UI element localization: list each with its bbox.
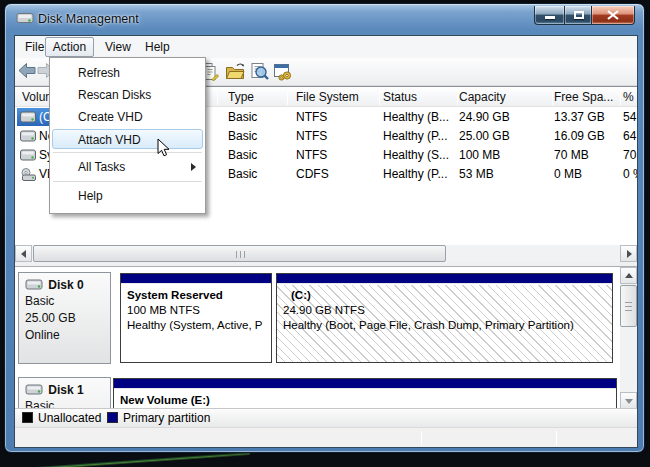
column-divider[interactable] <box>287 89 288 105</box>
volume-type: Basic <box>228 167 257 181</box>
volume-free: 13.37 GB <box>554 110 605 124</box>
menu-help[interactable]: Help <box>141 38 174 56</box>
partition-c-drive[interactable]: (C:) 24.90 GB NTFS Healthy (Boot, Page F… <box>276 273 613 363</box>
primary-partition-band <box>114 379 616 389</box>
scroll-down-icon <box>625 399 633 404</box>
col-file-system[interactable]: File System <box>296 90 359 104</box>
close-icon <box>607 10 619 20</box>
volume-capacity: 100 MB <box>459 148 500 162</box>
partition-system-reserved[interactable]: System Reserved 100 MB NTFS Healthy (Sys… <box>120 273 272 363</box>
volume-fs: NTFS <box>296 148 327 162</box>
disk-type: Basic <box>25 294 110 309</box>
statusbar-divider <box>556 431 557 445</box>
col-free-space[interactable]: Free Spa... <box>554 90 613 104</box>
hard-disk-icon <box>20 111 36 126</box>
vertical-scroll-thumb[interactable] <box>620 285 637 327</box>
scroll-down-button[interactable] <box>620 392 637 409</box>
menu-item-rescan-disks[interactable]: Rescan Disks <box>50 84 205 106</box>
horizontal-scroll-thumb[interactable] <box>33 245 446 262</box>
volume-fs: CDFS <box>296 167 329 181</box>
disk-1-partitions: New Volume (E:) <box>113 377 618 409</box>
scroll-right-icon <box>627 250 632 258</box>
action-dropdown-menu: Refresh Rescan Disks Create VHD Attach V… <box>49 57 206 214</box>
scroll-right-button[interactable] <box>620 245 637 262</box>
disk-icon <box>25 278 43 291</box>
minimize-button[interactable] <box>534 6 564 25</box>
partition-name: New Volume (E:) <box>120 393 616 408</box>
column-divider[interactable] <box>620 89 621 105</box>
vertical-scrollbar[interactable] <box>620 267 637 409</box>
partition-new-volume[interactable]: New Volume (E:) <box>113 378 617 409</box>
window-controls <box>534 6 635 25</box>
mouse-cursor <box>157 138 171 158</box>
menu-item-label: All Tasks <box>78 160 125 174</box>
menu-separator <box>53 152 202 153</box>
partition-status: Healthy (Boot, Page File, Crash Dump, Pr… <box>283 318 612 333</box>
close-button[interactable] <box>592 6 635 25</box>
volume-capacity: 24.90 GB <box>459 110 510 124</box>
statusbar-divider <box>421 431 422 445</box>
open-folder-icon[interactable] <box>225 62 245 82</box>
console-window-icon[interactable] <box>273 62 293 82</box>
scroll-left-button[interactable] <box>15 245 32 262</box>
partition-size: 100 MB NTFS <box>127 303 271 318</box>
menu-separator <box>53 181 202 182</box>
volume-pct-free: 0 % <box>623 167 638 181</box>
statusbar <box>15 427 637 448</box>
volume-free: 70 MB <box>554 148 589 162</box>
menu-item-create-vhd[interactable]: Create VHD <box>50 106 205 128</box>
find-icon[interactable] <box>250 62 270 82</box>
horizontal-scrollbar[interactable] <box>15 245 637 262</box>
menu-item-refresh[interactable]: Refresh <box>50 62 205 84</box>
scroll-thumb-grip <box>625 302 632 311</box>
titlebar[interactable]: Disk Management <box>5 4 644 34</box>
volume-pct-free: 70 <box>623 148 636 162</box>
unallocated-swatch <box>22 412 33 423</box>
window-title: Disk Management <box>38 12 139 26</box>
disk-0-label[interactable]: Disk 0 Basic 25.00 GB Online <box>18 272 111 364</box>
back-icon[interactable] <box>18 62 38 82</box>
legend-label: Primary partition <box>123 411 210 425</box>
menu-item-all-tasks[interactable]: All Tasks <box>50 156 205 178</box>
scroll-thumb-grip <box>236 251 245 258</box>
menu-view[interactable]: View <box>101 38 135 56</box>
volume-free: 0 MB <box>554 167 582 181</box>
cd-drive-icon <box>20 168 36 184</box>
scroll-left-icon <box>21 250 26 258</box>
menu-action[interactable]: Action <box>45 37 94 57</box>
volume-fs: NTFS <box>296 129 327 143</box>
disk-icon <box>25 383 43 396</box>
disk-drive-app-icon <box>16 11 34 29</box>
partition-size: 24.90 GB NTFS <box>283 303 612 318</box>
menu-item-help[interactable]: Help <box>50 185 205 207</box>
maximize-button[interactable] <box>564 6 592 25</box>
legend-unallocated: Unallocated <box>22 411 101 425</box>
scroll-up-button[interactable] <box>620 267 637 284</box>
hard-disk-icon <box>20 130 36 145</box>
disk-name: Disk 0 <box>48 278 83 292</box>
col-pct-free[interactable]: % F <box>623 90 638 104</box>
disk-status: Online <box>25 328 110 343</box>
disk-1-row: Disk 1 Basic New Volume (E:) <box>18 377 618 409</box>
submenu-arrow-icon <box>191 163 196 171</box>
volume-capacity: 53 MB <box>459 167 494 181</box>
volume-status: Healthy (B... <box>383 110 449 124</box>
legend-label: Unallocated <box>38 411 101 425</box>
disk-1-label[interactable]: Disk 1 Basic <box>18 377 111 409</box>
disk-name: Disk 1 <box>48 383 83 397</box>
scroll-up-icon <box>625 273 633 278</box>
partition-name: (C:) <box>283 288 612 303</box>
col-capacity[interactable]: Capacity <box>459 90 506 104</box>
desktop-wallpaper-streak <box>30 452 250 467</box>
volume-free: 16.09 GB <box>554 129 605 143</box>
column-divider[interactable] <box>217 89 218 105</box>
menu-item-attach-vhd[interactable]: Attach VHD <box>52 129 203 149</box>
volume-type: Basic <box>228 148 257 162</box>
column-divider[interactable] <box>379 89 380 105</box>
col-type[interactable]: Type <box>228 90 254 104</box>
legend-primary-partition: Primary partition <box>107 411 210 425</box>
disk-0-row: Disk 0 Basic 25.00 GB Online System Rese… <box>18 272 618 364</box>
col-status[interactable]: Status <box>383 90 417 104</box>
column-divider[interactable] <box>457 89 458 105</box>
column-divider[interactable] <box>552 89 553 105</box>
